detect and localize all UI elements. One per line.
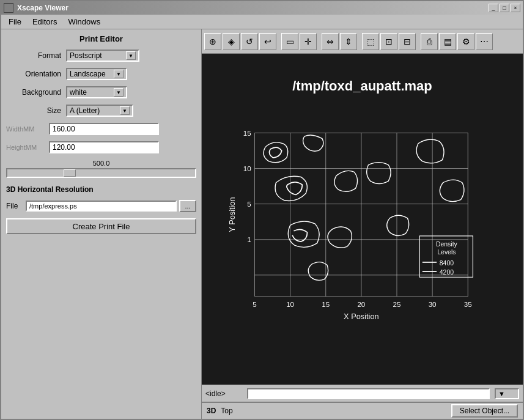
background-value: white [70, 88, 87, 97]
title-buttons: _ □ × [489, 4, 520, 12]
svg-text:5: 5 [253, 300, 256, 308]
y-axis-label: Y Position [227, 197, 237, 232]
background-dropdown[interactable]: white ▼ [66, 86, 127, 98]
minimize-button[interactable]: _ [489, 4, 498, 12]
map-visualization: 5 10 15 20 25 30 35 15 10 5 1 [226, 103, 511, 348]
canvas-area: /tmp/toxd_aupatt.map [202, 54, 523, 385]
main-window: Xscape Viewer _ □ × File Editors Windows… [0, 0, 524, 420]
menu-editors[interactable]: Editors [28, 16, 62, 28]
maximize-button[interactable]: □ [500, 4, 509, 12]
background-label: Background [6, 88, 61, 97]
format-value: Postscript [70, 51, 102, 60]
zoom-box-tool[interactable]: ⬚ [362, 33, 379, 50]
size-label: Size [6, 106, 61, 115]
svg-text:4200: 4200 [440, 269, 454, 276]
file-label: File [6, 202, 23, 210]
svg-text:30: 30 [429, 300, 437, 308]
main-area: Print Editor Format Postscript ▼ Orienta… [1, 29, 523, 419]
menu-windows[interactable]: Windows [63, 16, 105, 28]
svg-text:5: 5 [247, 200, 251, 208]
orientation-label: Orientation [6, 70, 61, 78]
size-value: A (Letter) [70, 106, 100, 115]
view-top-mode[interactable]: Top [221, 407, 232, 415]
svg-text:10: 10 [286, 300, 294, 308]
rotate-tool[interactable]: ↺ [241, 33, 258, 50]
orientation-arrow[interactable]: ▼ [114, 70, 124, 78]
background-arrow[interactable]: ▼ [114, 88, 124, 97]
svg-text:10: 10 [243, 164, 251, 172]
slider-track[interactable] [6, 168, 196, 178]
file-row: File ... [6, 200, 196, 212]
svg-text:15: 15 [243, 129, 251, 137]
select-object-button[interactable]: Select Object... [451, 404, 518, 418]
left-panel: Print Editor Format Postscript ▼ Orienta… [1, 29, 202, 419]
title-bar: Xscape Viewer _ □ × [1, 1, 523, 15]
format-arrow[interactable]: ▼ [126, 51, 136, 60]
slider-section: 500.0 [6, 160, 196, 179]
settings-tool[interactable]: ⚙ [457, 33, 474, 50]
orientation-dropdown[interactable]: Landscape ▼ [66, 68, 127, 80]
status-bar: <idle> ▼ [202, 385, 523, 402]
svg-text:25: 25 [393, 300, 401, 308]
menu-bar: File Editors Windows [1, 15, 523, 29]
undo-tool[interactable]: ↩ [259, 33, 276, 50]
flip-v-tool[interactable]: ⇕ [340, 33, 357, 50]
svg-text:20: 20 [357, 300, 365, 308]
size-dropdown[interactable]: A (Letter) ▼ [66, 105, 133, 117]
svg-text:1: 1 [247, 235, 251, 243]
height-row: HeightMM [6, 141, 196, 153]
width-label: WidthMM [6, 125, 49, 133]
format-row: Format Postscript ▼ [6, 50, 196, 62]
right-panel: ⊕ ◈ ↺ ↩ ▭ ✛ ⇔ ⇕ ⬚ ⊡ ⊟ ⎙ ▤ ⚙ ⋯ [202, 29, 523, 419]
x-axis-label: X Position [344, 312, 378, 321]
background-row: Background white ▼ [6, 86, 196, 98]
svg-text:15: 15 [322, 300, 330, 308]
format-dropdown[interactable]: Postscript ▼ [66, 50, 139, 62]
close-button[interactable]: × [511, 4, 520, 12]
progress-bar [247, 388, 490, 399]
svg-text:8400: 8400 [440, 260, 454, 267]
map-title: /tmp/toxd_aupatt.map [292, 78, 432, 94]
create-print-button[interactable]: Create Print File [6, 218, 196, 234]
window-icon [4, 3, 13, 13]
orientation-value: Landscape [70, 70, 106, 78]
toolbar: ⊕ ◈ ↺ ↩ ▭ ✛ ⇔ ⇕ ⬚ ⊡ ⊟ ⎙ ▤ ⚙ ⋯ [202, 29, 523, 54]
height-input[interactable] [49, 141, 159, 153]
zoom-out-tool[interactable]: ⊟ [399, 33, 416, 50]
flip-h-tool[interactable]: ⇔ [322, 33, 339, 50]
status-dropdown[interactable]: ▼ [495, 388, 519, 399]
size-arrow[interactable]: ▼ [120, 106, 130, 115]
select-tool[interactable]: ◈ [223, 33, 240, 50]
browse-button[interactable]: ... [179, 200, 196, 212]
box-tool[interactable]: ▭ [281, 33, 298, 50]
window-title: Xscape Viewer [17, 4, 485, 12]
status-text: <idle> [205, 389, 242, 398]
print-tool[interactable]: ⎙ [421, 33, 438, 50]
file-input[interactable] [26, 201, 177, 212]
move-tool[interactable]: ✛ [300, 33, 317, 50]
orientation-row: Orientation Landscape ▼ [6, 68, 196, 80]
more-tool[interactable]: ⋯ [476, 33, 493, 50]
svg-text:Density: Density [436, 241, 458, 248]
layers-tool[interactable]: ▤ [439, 33, 456, 50]
size-row: Size A (Letter) ▼ [6, 105, 196, 117]
bottom-bar: 3D Top Select Object... [202, 402, 523, 419]
menu-file[interactable]: File [4, 16, 26, 28]
width-input[interactable] [49, 123, 159, 135]
height-label: HeightMM [6, 144, 49, 151]
svg-text:Levels: Levels [437, 249, 456, 256]
crosshair-tool[interactable]: ⊕ [204, 33, 221, 50]
resolution-label: 3D Horizontal Resolution [6, 185, 196, 194]
format-label: Format [6, 51, 61, 60]
slider-thumb[interactable] [64, 169, 76, 177]
zoom-fit-tool[interactable]: ⊡ [380, 33, 397, 50]
panel-title: Print Editor [6, 34, 196, 43]
view-3d-tab[interactable]: 3D [207, 407, 216, 415]
slider-value: 500.0 [6, 160, 196, 167]
width-row: WidthMM [6, 123, 196, 135]
svg-text:35: 35 [464, 300, 472, 308]
